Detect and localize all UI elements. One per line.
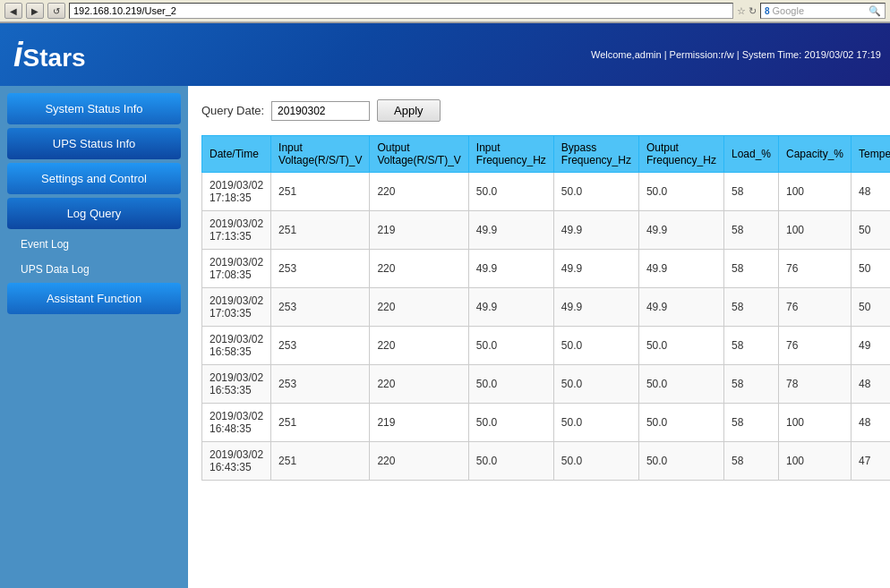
system-status-button[interactable]: System Status Info [7, 93, 181, 124]
cell-in-freq: 49.9 [468, 250, 553, 288]
status-text: Welcome,admin | Permission:r/w | System … [591, 49, 881, 60]
refresh-button[interactable]: ↺ [47, 3, 65, 19]
content-inner: Query Date: Apply Date/Time InputVoltage… [188, 86, 890, 494]
cell-load: 58 [723, 288, 778, 327]
logo-stars: Stars [23, 44, 86, 72]
ups-status-button[interactable]: UPS Status Info [7, 128, 181, 159]
cell-datetime: 2019/03/0217:13:35 [202, 211, 271, 250]
cell-datetime: 2019/03/0216:58:35 [202, 327, 271, 365]
table-row: 2019/03/0216:48:35 251 219 50.0 50.0 50.… [202, 404, 891, 442]
cell-out-volt: 220 [370, 327, 468, 365]
cell-in-volt: 251 [271, 404, 370, 442]
col-load: Load_% [723, 136, 778, 173]
col-out-freq: OutputFrequency_Hz [638, 136, 723, 173]
cell-in-volt: 253 [271, 365, 370, 404]
col-temperature: Temperature_°C [851, 136, 890, 173]
cell-bypass-freq: 49.9 [553, 250, 638, 288]
cell-out-volt: 219 [370, 211, 468, 250]
query-date-label: Query Date: [201, 104, 264, 117]
cell-temp: 47 [851, 442, 890, 481]
cell-datetime: 2019/03/0217:03:35 [202, 288, 271, 327]
log-query-button[interactable]: Log Query [7, 198, 181, 229]
cell-out-freq: 49.9 [638, 250, 723, 288]
table-row: 2019/03/0217:18:35 251 220 50.0 50.0 50.… [202, 173, 891, 211]
cell-capacity: 76 [779, 250, 851, 288]
cell-out-volt: 220 [370, 365, 468, 404]
cell-bypass-freq: 49.9 [553, 211, 638, 250]
ups-data-log-link[interactable]: UPS Data Log [7, 258, 181, 281]
cell-in-freq: 49.9 [468, 211, 553, 250]
cell-out-volt: 220 [370, 250, 468, 288]
cell-bypass-freq: 49.9 [553, 288, 638, 327]
cell-out-volt: 220 [370, 288, 468, 327]
cell-temp: 50 [851, 288, 890, 327]
cell-capacity: 100 [779, 404, 851, 442]
table-header: Date/Time InputVoltage(R/S/T)_V OutputVo… [202, 136, 891, 173]
event-log-link[interactable]: Event Log [7, 233, 181, 256]
cell-in-volt: 251 [271, 442, 370, 481]
back-button[interactable]: ◀ [4, 3, 22, 19]
cell-capacity: 100 [779, 442, 851, 481]
cell-in-volt: 251 [271, 173, 370, 211]
browser-toolbar: ◀ ▶ ↺ 192.168.10.219/User_2 ☆ ↻ 8 Google… [0, 0, 890, 22]
cell-datetime: 2019/03/0216:48:35 [202, 404, 271, 442]
apply-button[interactable]: Apply [377, 99, 441, 122]
cell-out-volt: 220 [370, 442, 468, 481]
table-row: 2019/03/0217:03:35 253 220 49.9 49.9 49.… [202, 288, 891, 327]
settings-control-button[interactable]: Settings and Control [7, 163, 181, 194]
cell-datetime: 2019/03/0216:53:35 [202, 365, 271, 404]
cell-out-freq: 50.0 [638, 404, 723, 442]
cell-load: 58 [723, 211, 778, 250]
cell-out-freq: 49.9 [638, 211, 723, 250]
cell-temp: 50 [851, 211, 890, 250]
cell-capacity: 76 [779, 288, 851, 327]
cell-in-freq: 50.0 [468, 404, 553, 442]
cell-datetime: 2019/03/0217:08:35 [202, 250, 271, 288]
cell-out-freq: 49.9 [638, 288, 723, 327]
content-area: Query Date: Apply Date/Time InputVoltage… [188, 86, 890, 588]
cell-capacity: 76 [779, 327, 851, 365]
assistant-function-button[interactable]: Assistant Function [7, 283, 181, 314]
search-engine-icon: 8 [765, 6, 770, 16]
cell-load: 58 [723, 327, 778, 365]
search-submit-icon: 🔍 [869, 5, 881, 17]
cell-temp: 48 [851, 404, 890, 442]
header-status: Welcome,admin | Permission:r/w | System … [591, 49, 881, 60]
cell-capacity: 100 [779, 211, 851, 250]
cell-out-freq: 50.0 [638, 327, 723, 365]
cell-out-freq: 50.0 [638, 173, 723, 211]
query-bar: Query Date: Apply [201, 99, 877, 122]
cell-in-volt: 251 [271, 211, 370, 250]
cell-in-volt: 253 [271, 327, 370, 365]
cell-datetime: 2019/03/0216:43:35 [202, 442, 271, 481]
col-out-voltage: OutputVoltage(R/S/T)_V [370, 136, 468, 173]
address-bar[interactable]: 192.168.10.219/User_2 [69, 3, 733, 19]
cell-in-freq: 50.0 [468, 173, 553, 211]
table-row: 2019/03/0216:43:35 251 220 50.0 50.0 50.… [202, 442, 891, 481]
col-in-freq: InputFrequency_Hz [468, 136, 553, 173]
table-row: 2019/03/0217:08:35 253 220 49.9 49.9 49.… [202, 250, 891, 288]
main-layout: System Status Info UPS Status Info Setti… [0, 86, 890, 588]
header: i Stars Welcome,admin | Permission:r/w |… [0, 23, 890, 86]
cell-temp: 50 [851, 250, 890, 288]
browser-chrome: ◀ ▶ ↺ 192.168.10.219/User_2 ☆ ↻ 8 Google… [0, 0, 890, 23]
cell-in-freq: 49.9 [468, 288, 553, 327]
search-box[interactable]: 8 Google 🔍 [760, 3, 886, 19]
sidebar: System Status Info UPS Status Info Setti… [0, 86, 188, 588]
cell-load: 58 [723, 250, 778, 288]
col-datetime: Date/Time [202, 136, 271, 173]
search-placeholder: Google [773, 5, 804, 16]
header-row: Date/Time InputVoltage(R/S/T)_V OutputVo… [202, 136, 891, 173]
col-capacity: Capacity_% [779, 136, 851, 173]
query-date-input[interactable] [271, 101, 370, 121]
table-row: 2019/03/0216:53:35 253 220 50.0 50.0 50.… [202, 365, 891, 404]
cell-load: 58 [723, 404, 778, 442]
cell-in-freq: 50.0 [468, 365, 553, 404]
cell-bypass-freq: 50.0 [553, 404, 638, 442]
col-in-voltage: InputVoltage(R/S/T)_V [271, 136, 370, 173]
cell-datetime: 2019/03/0217:18:35 [202, 173, 271, 211]
forward-button[interactable]: ▶ [26, 3, 44, 19]
cell-temp: 48 [851, 365, 890, 404]
cell-bypass-freq: 50.0 [553, 442, 638, 481]
data-table: Date/Time InputVoltage(R/S/T)_V OutputVo… [201, 135, 890, 481]
